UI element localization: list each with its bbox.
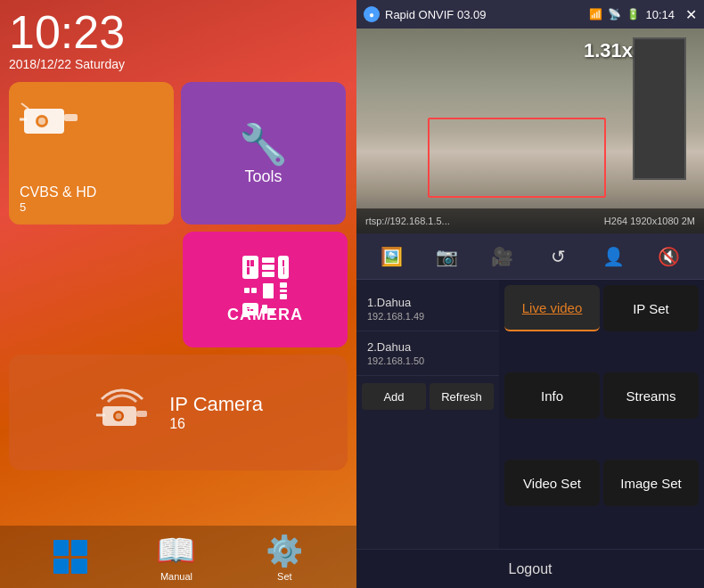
add-button[interactable]: Add <box>362 383 426 410</box>
cvbs-tile[interactable]: CVBS & HD 5 <box>9 82 174 225</box>
manual-button[interactable]: 📖 Manual <box>158 532 195 582</box>
photo-button[interactable]: 🖼️ <box>374 240 408 274</box>
logout-bar[interactable]: Logout <box>356 549 704 588</box>
manual-icon: 📖 <box>158 532 195 569</box>
face-button[interactable]: 👤 <box>596 240 630 274</box>
zoom-indicator: 1.31x <box>584 39 633 62</box>
stream-info-bar: rtsp://192.168.1.5... H264 1920x1080 2M <box>356 208 704 233</box>
app-icon: ● <box>364 6 380 22</box>
corridor-door <box>633 37 686 180</box>
main-content: 1.Dahua 192.168.1.49 2.Dahua 192.168.1.5… <box>356 280 704 549</box>
device-actions: Add Refresh <box>356 376 499 417</box>
tools-icon: 🔧 <box>239 121 288 167</box>
app-title: Rapid ONVIF 03.09 <box>385 8 584 21</box>
logout-label: Logout <box>509 561 553 577</box>
date: 2018/12/22 Saturday <box>9 57 348 71</box>
volume-button[interactable]: 🔇 <box>652 240 686 274</box>
action-buttons: Live video IP Set Info Streams Video Set… <box>499 280 704 549</box>
camera-qr-icon <box>242 256 289 302</box>
windows-icon <box>53 540 87 574</box>
cvbs-camera-icon <box>20 100 82 140</box>
ip-camera-sub: 16 <box>169 416 263 432</box>
rtsp-url: rtsp://192.168.1.5... <box>365 216 450 226</box>
cvbs-label: CVBS & HD <box>20 184 96 200</box>
ip-camera-icon <box>94 383 151 443</box>
info-button[interactable]: Info <box>504 372 600 419</box>
svg-point-4 <box>38 118 45 125</box>
svg-rect-7 <box>136 411 147 417</box>
svg-line-5 <box>21 103 29 109</box>
time-display: 10:23 2018/12/22 Saturday <box>9 9 348 71</box>
top-grid: CVBS & HD 5 🔧 Tools <box>9 82 348 225</box>
device-list: 1.Dahua 192.168.1.49 2.Dahua 192.168.1.5… <box>356 280 499 549</box>
camera-label: CAMERA <box>227 306 303 324</box>
cvbs-sub: 5 <box>20 200 26 214</box>
controls-bar: 🖼️ 📷 🎥 ↺ 👤 🔇 <box>356 233 704 280</box>
ip-camera-tile[interactable]: IP Camera 16 <box>9 355 348 470</box>
svg-rect-1 <box>64 114 78 121</box>
settings-icon: ⚙️ <box>266 532 303 569</box>
svg-point-10 <box>116 412 122 419</box>
wifi-camera-svg <box>94 383 151 432</box>
app-header: ● Rapid ONVIF 03.09 📶 📡 🔋 10:14 ✕ <box>356 0 704 29</box>
refresh-button[interactable]: ↺ <box>541 240 575 274</box>
right-panel: ● Rapid ONVIF 03.09 📶 📡 🔋 10:14 ✕ 1.31x … <box>356 0 704 588</box>
close-button[interactable]: ✕ <box>685 6 697 23</box>
tools-label: Tools <box>244 167 282 186</box>
device-2-name: 2.Dahua <box>367 340 488 354</box>
settings-button[interactable]: ⚙️ Set <box>266 532 303 582</box>
signal-icon: 📶 <box>589 8 602 20</box>
manual-label: Manual <box>160 571 192 582</box>
bottom-bar: 📖 Manual ⚙️ Set <box>0 526 356 588</box>
video-set-button[interactable]: Video Set <box>504 460 600 506</box>
image-set-button[interactable]: Image Set <box>603 460 699 506</box>
live-video-button[interactable]: Live video <box>504 285 600 331</box>
windows-button[interactable] <box>53 540 87 574</box>
tools-tile[interactable]: 🔧 Tools <box>181 82 346 225</box>
camera-tile[interactable]: CAMERA <box>183 232 348 347</box>
device-1-ip: 192.168.1.49 <box>367 311 488 322</box>
video-button[interactable]: 🎥 <box>486 240 520 274</box>
ip-camera-text: IP Camera 16 <box>169 393 263 432</box>
header-icons: 📶 📡 🔋 10:14 <box>589 8 675 21</box>
left-panel: 10:23 2018/12/22 Saturday CVBS & HD 5 🔧 <box>0 0 356 588</box>
header-time: 10:14 <box>645 8 675 21</box>
clock: 10:23 <box>9 9 348 55</box>
ip-camera-label: IP Camera <box>169 393 263 416</box>
device-1-name: 1.Dahua <box>367 296 488 309</box>
refresh-button-2[interactable]: Refresh <box>430 383 494 410</box>
focus-rectangle <box>428 118 606 198</box>
camera-view: 1.31x rtsp://192.168.1.5... H264 1920x10… <box>356 29 704 233</box>
battery-icon: 🔋 <box>626 8 640 20</box>
codec-info: H264 1920x1080 2M <box>604 216 695 226</box>
device-item-1[interactable]: 1.Dahua 192.168.1.49 <box>356 287 499 331</box>
ip-set-button[interactable]: IP Set <box>603 285 699 331</box>
snapshot-button[interactable]: 📷 <box>430 240 463 274</box>
streams-button[interactable]: Streams <box>603 372 699 419</box>
device-2-ip: 192.168.1.50 <box>367 355 488 366</box>
settings-label: Set <box>277 571 292 582</box>
wifi-icon: 📡 <box>608 8 621 20</box>
device-item-2[interactable]: 2.Dahua 192.168.1.50 <box>356 331 499 376</box>
mid-grid: CAMERA <box>9 232 348 347</box>
